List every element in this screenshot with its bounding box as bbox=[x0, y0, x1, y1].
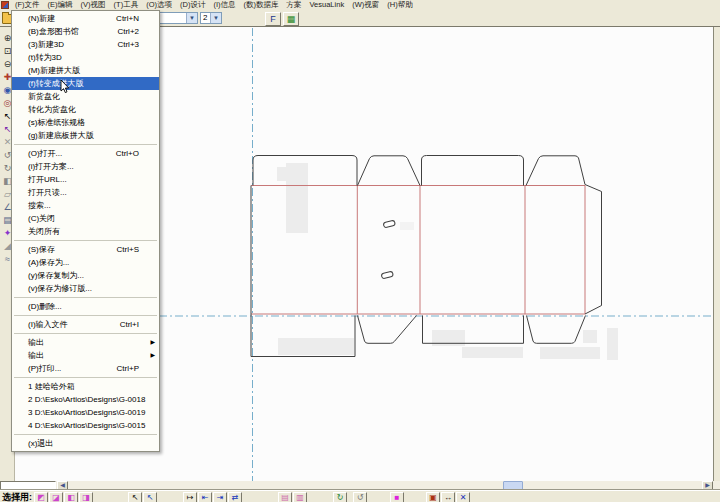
chevron-down-icon[interactable]: ▼ bbox=[186, 13, 197, 23]
submenu-arrow-icon bbox=[149, 256, 155, 269]
submenu-arrow-icon bbox=[149, 173, 155, 186]
file-menu-item[interactable]: 3 D:\Esko\Artios\Designs\G-0019 bbox=[12, 406, 159, 419]
scroll-right-button[interactable]: ▶ bbox=[702, 481, 713, 490]
file-menu-item[interactable]: 转化为货盘化 bbox=[12, 103, 159, 116]
file-menu-item[interactable]: (y)保存复制为... bbox=[12, 269, 159, 282]
menubar-item[interactable]: 方案 bbox=[283, 0, 306, 10]
menubar-item[interactable]: (H)帮助 bbox=[383, 0, 416, 10]
file-menu-item[interactable]: 打开只读... bbox=[12, 186, 159, 199]
menubar-item[interactable]: (O)选项 bbox=[142, 0, 176, 10]
menu-separator bbox=[12, 313, 159, 318]
selection-toolbar-groups: ◩◪◧◨↖↖↦⇤⇥⇄▤▥↻↺■▣↔✕ bbox=[34, 492, 471, 502]
file-menu-item[interactable]: (v)保存为修订版... bbox=[12, 282, 159, 295]
paste-button[interactable]: ■ bbox=[390, 492, 404, 502]
select-part-button[interactable]: ◩ bbox=[34, 492, 48, 502]
rebuild-button[interactable]: ▦ bbox=[283, 12, 299, 26]
selection-button-group: ↻ bbox=[333, 492, 348, 502]
file-menu-item[interactable]: 打开URL... bbox=[12, 173, 159, 186]
cross-measure-button[interactable]: ✕ bbox=[456, 492, 470, 502]
file-menu-item[interactable]: 新货盘化 bbox=[12, 90, 159, 103]
menubar-item[interactable]: (E)编辑 bbox=[44, 0, 77, 10]
menubar-items: (F)文件(E)编辑(V)视图(T)工具(O)选项(D)设计(I)信息(数)数据… bbox=[11, 0, 417, 10]
properties-alt-button[interactable]: ▥ bbox=[293, 492, 307, 502]
select-region-button[interactable]: ◧ bbox=[64, 492, 78, 502]
select-part-alt-button[interactable]: ◪ bbox=[49, 492, 63, 502]
menubar-item[interactable]: (F)文件 bbox=[11, 0, 44, 10]
file-menu-item[interactable]: (x)退出 bbox=[12, 437, 159, 450]
app-icon bbox=[1, 1, 9, 9]
select-region-alt-button[interactable]: ◨ bbox=[79, 492, 93, 502]
menubar-item[interactable]: (T)工具 bbox=[110, 0, 143, 10]
selection-button-group: ◩◪◧◨ bbox=[34, 492, 94, 502]
submenu-arrow-icon bbox=[149, 300, 155, 313]
chevron-down-icon[interactable]: ▼ bbox=[210, 13, 221, 23]
horizontal-scrollbar[interactable]: ◀ ▶ bbox=[0, 481, 720, 490]
scale-combo[interactable]: 2 ▼ bbox=[200, 12, 222, 24]
file-menu-item[interactable]: 输出 ▶ bbox=[12, 349, 159, 362]
select-last-button[interactable]: ⇥ bbox=[213, 492, 227, 502]
selection-button-group: ▣↔✕ bbox=[426, 492, 471, 502]
menubar-item[interactable]: (数)数据库 bbox=[240, 0, 283, 10]
submenu-arrow-icon bbox=[149, 116, 155, 129]
redo-curve-button[interactable]: ↻ bbox=[333, 492, 347, 502]
file-menu-item[interactable]: (O)打开... Ctrl+O bbox=[12, 147, 159, 160]
selection-button-group: ■ bbox=[390, 492, 405, 502]
select-first-button[interactable]: ⇤ bbox=[198, 492, 212, 502]
submenu-arrow-icon: ▶ bbox=[149, 349, 155, 362]
file-menu-item[interactable]: (i)打开方案... bbox=[12, 160, 159, 173]
scroll-left-button[interactable]: ◀ bbox=[57, 481, 68, 490]
file-menu-item[interactable]: (N)新建 Ctrl+N bbox=[12, 12, 159, 25]
file-menu-item[interactable]: 2 D:\Esko\Artios\Designs\G-0018 bbox=[12, 393, 159, 406]
file-menu-item[interactable]: (g)新建底板拼大版 bbox=[12, 129, 159, 142]
file-menu-item[interactable]: (s)标准纸张规格 bbox=[12, 116, 159, 129]
selection-button-group: ▤▥ bbox=[278, 492, 308, 502]
scrollbar-thumb[interactable] bbox=[503, 481, 523, 490]
font-style-button[interactable]: F bbox=[265, 12, 281, 26]
menubar: (F)文件(E)编辑(V)视图(T)工具(O)选项(D)设计(I)信息(数)数据… bbox=[0, 0, 720, 10]
undo-button[interactable]: ↺ bbox=[353, 492, 367, 502]
select-single-button[interactable]: ↖ bbox=[128, 492, 142, 502]
submenu-arrow-icon bbox=[149, 129, 155, 142]
menubar-item[interactable]: (V)视图 bbox=[77, 0, 110, 10]
submenu-arrow-icon bbox=[149, 282, 155, 295]
submenu-arrow-icon bbox=[149, 212, 155, 225]
file-menu-item[interactable]: (C)关闭 bbox=[12, 212, 159, 225]
file-menu-item[interactable]: 搜索... bbox=[12, 199, 159, 212]
select-add-button[interactable]: ↖ bbox=[143, 492, 157, 502]
file-menu-item[interactable]: 输出 ▶ bbox=[12, 336, 159, 349]
selection-button-group: ↺ bbox=[353, 492, 368, 502]
file-menu-item[interactable]: (M)新建拼大版 bbox=[12, 64, 159, 77]
file-menu-item[interactable]: (A)保存为... bbox=[12, 256, 159, 269]
horizontal-distance-button[interactable]: ↔ bbox=[441, 492, 455, 502]
submenu-arrow-icon bbox=[149, 77, 155, 90]
submenu-arrow-icon bbox=[149, 103, 155, 116]
file-menu-item[interactable]: 4 D:\Esko\Artios\Designs\G-0015 bbox=[12, 419, 159, 432]
menu-separator bbox=[12, 295, 159, 300]
file-menu-item[interactable]: (D)删除... bbox=[12, 300, 159, 313]
submenu-arrow-icon bbox=[149, 269, 155, 282]
menubar-item[interactable]: VesuaLink bbox=[306, 0, 349, 10]
file-menu-item[interactable]: (t)转为3D bbox=[12, 51, 159, 64]
submenu-arrow-icon bbox=[149, 243, 155, 256]
menubar-item[interactable]: (D)设计 bbox=[176, 0, 209, 10]
file-menu-item[interactable]: (S)保存 Ctrl+S bbox=[12, 243, 159, 256]
file-menu-item[interactable]: (3)新建3D Ctrl+3 bbox=[12, 38, 159, 51]
submenu-arrow-icon bbox=[149, 25, 155, 38]
submenu-arrow-icon: ▶ bbox=[149, 336, 155, 349]
selection-toolbar-label: 选择用: bbox=[0, 491, 34, 502]
file-menu: (N)新建 Ctrl+N (B)盒形图书馆 Ctrl+2 (3)新建3D Ctr… bbox=[11, 10, 160, 452]
properties-button[interactable]: ▤ bbox=[278, 492, 292, 502]
menubar-item[interactable]: (W)视窗 bbox=[348, 0, 383, 10]
file-menu-item[interactable]: (I)输入文件 Ctrl+I bbox=[12, 318, 159, 331]
submenu-arrow-icon bbox=[149, 38, 155, 51]
file-menu-item[interactable]: (B)盒形图书馆 Ctrl+2 bbox=[12, 25, 159, 38]
file-menu-item[interactable]: (f)转变成拼大版 bbox=[12, 77, 159, 90]
submenu-arrow-icon bbox=[149, 90, 155, 103]
select-swap-button[interactable]: ⇄ bbox=[228, 492, 242, 502]
exit-tool-button[interactable]: ▣ bbox=[426, 492, 440, 502]
file-menu-item[interactable]: 关闭所有 bbox=[12, 225, 159, 238]
file-menu-item[interactable]: (P)打印... Ctrl+P bbox=[12, 362, 159, 375]
select-next-button[interactable]: ↦ bbox=[183, 492, 197, 502]
menubar-item[interactable]: (I)信息 bbox=[209, 0, 239, 10]
file-menu-item[interactable]: 1 娃哈哈外箱 bbox=[12, 380, 159, 393]
